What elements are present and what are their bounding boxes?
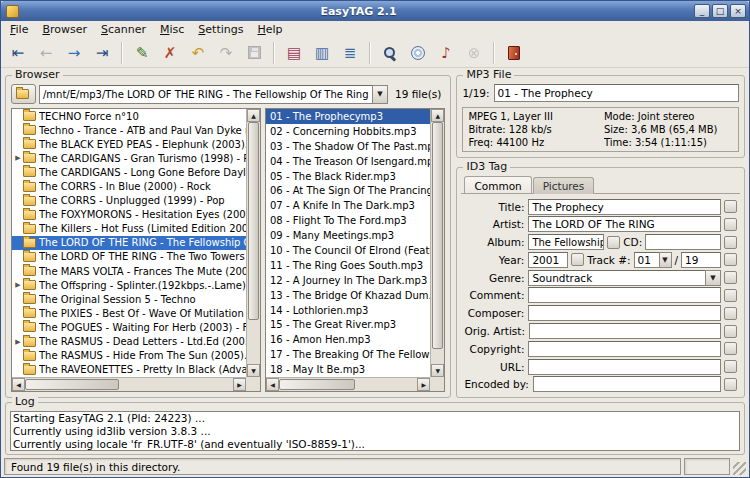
save-files-button[interactable] xyxy=(241,40,267,66)
menu-settings[interactable]: Settings xyxy=(191,22,250,37)
expander-icon[interactable]: ▶ xyxy=(13,338,23,346)
tag-cd-apply-button[interactable] xyxy=(724,236,737,249)
file-list-item[interactable]: 11 - The Ring Goes South.mp3 xyxy=(266,258,430,273)
scroll-up-button[interactable]: ▲ xyxy=(247,109,260,122)
artist-input[interactable]: The LORD OF The RING xyxy=(528,216,721,232)
scroll-down-button[interactable]: ▼ xyxy=(431,364,444,377)
scroll-thumb[interactable] xyxy=(25,379,119,390)
tree-item[interactable]: The CORRS - In Blue (2000) - Rock xyxy=(12,179,246,193)
file-list-item[interactable]: 12 - A Journey In The Dark.mp3 xyxy=(266,273,430,288)
tree-item[interactable]: The LORD OF THE RING - The Two Towers (.… xyxy=(12,250,246,264)
tag-track-apply-button[interactable] xyxy=(724,253,737,266)
track-dropdown-button[interactable]: ▼ xyxy=(659,252,672,268)
scroll-down-button[interactable]: ▼ xyxy=(247,364,260,377)
tag-title-apply-button[interactable] xyxy=(724,200,737,213)
tree-vertical-scrollbar[interactable]: ▲ ▼ xyxy=(246,109,260,377)
tag-year-apply-button[interactable] xyxy=(571,253,584,266)
close-button[interactable]: × xyxy=(730,4,746,18)
file-list-item[interactable]: 08 - Flight To The Ford.mp3 xyxy=(266,213,430,228)
file-list-item[interactable]: 15 - The Great River.mp3 xyxy=(266,317,430,332)
tree-item[interactable]: The FOXYMORONS - Hesitation Eyes (2005..… xyxy=(12,208,246,222)
undo-button[interactable]: ↶ xyxy=(185,40,211,66)
file-list-item[interactable]: 16 - Amon Hen.mp3 xyxy=(266,332,430,347)
expander-icon[interactable]: ▶ xyxy=(13,281,23,289)
menu-scanner[interactable]: Scanner xyxy=(94,22,153,37)
resize-grip[interactable] xyxy=(733,462,746,475)
tree-horizontal-scrollbar[interactable]: ◀ ▶ xyxy=(12,377,246,391)
stop-button[interactable]: ⊗ xyxy=(461,40,487,66)
file-list-item[interactable]: 14 - Lothlorien.mp3 xyxy=(266,303,430,318)
year-input[interactable]: 2001 xyxy=(528,252,568,268)
tag-encoded-by-apply-button[interactable] xyxy=(724,378,737,391)
titlebar[interactable]: EasyTAG 2.1 _ □ × xyxy=(1,1,749,21)
tree-item[interactable]: The RAVEONETTES - Pretty In Black (Adva.… xyxy=(12,363,246,377)
scroll-thumb[interactable] xyxy=(432,122,443,349)
file-vertical-scrollbar[interactable]: ▲ ▼ xyxy=(430,109,444,377)
cd-input[interactable] xyxy=(645,234,721,250)
tree-item[interactable]: TECHNO Force n°10 xyxy=(12,109,246,123)
tree-item[interactable]: The CARDIGANS - Long Gone Before Dayli..… xyxy=(12,165,246,179)
tree-item[interactable]: ▶The RASMUS - Dead Letters - Ltd.Ed (200… xyxy=(12,335,246,349)
playlist-button[interactable]: ≣ xyxy=(337,40,363,66)
tag-url-apply-button[interactable] xyxy=(724,360,737,373)
file-list-item[interactable]: 02 - Concerning Hobbits.mp3 xyxy=(266,124,430,139)
tree-item[interactable]: ▶The CARDIGANS - Gran Turismo (1998) - P… xyxy=(12,151,246,165)
tree-item[interactable]: The LORD OF THE RING - The Fellowship O.… xyxy=(12,236,246,250)
file-list-item[interactable]: 10 - The Council Of Elrond (Featuring An… xyxy=(266,243,430,258)
tag-album-apply-button[interactable] xyxy=(607,236,620,249)
tree-item[interactable]: The Original Session 5 - Techno xyxy=(12,292,246,306)
select-all-button[interactable]: ▤ xyxy=(281,40,307,66)
file-list-item[interactable]: 06 - At The Sign Of The Prancing Pony.mp… xyxy=(266,183,430,198)
tag-comment-apply-button[interactable] xyxy=(724,289,737,302)
expander-icon[interactable]: ▶ xyxy=(13,154,23,162)
invert-selection-button[interactable]: ▥ xyxy=(309,40,335,66)
scroll-right-button[interactable]: ▶ xyxy=(233,378,246,391)
maximize-button[interactable]: □ xyxy=(712,4,728,18)
filename-input[interactable]: 01 - The Prophecy xyxy=(494,84,739,102)
quit-button[interactable] xyxy=(501,40,527,66)
orig-artist-input[interactable] xyxy=(529,323,721,339)
file-list-item[interactable]: 01 - The Prophecymp3 xyxy=(266,109,430,124)
comment-input[interactable] xyxy=(528,287,721,303)
tag-artist-apply-button[interactable] xyxy=(724,218,737,231)
last-file-button[interactable]: ⇥ xyxy=(89,40,115,66)
parent-folder-button[interactable] xyxy=(11,84,36,104)
menu-browser[interactable]: Browser xyxy=(35,22,94,37)
scroll-thumb[interactable] xyxy=(279,379,355,390)
track-total-input[interactable]: 19 xyxy=(681,252,721,268)
cddb-button[interactable] xyxy=(405,40,431,66)
menu-file[interactable]: File xyxy=(3,22,35,37)
tree-item[interactable]: The CORRS - Unplugged (1999) - Pop xyxy=(12,194,246,208)
scroll-left-button[interactable]: ◀ xyxy=(12,378,25,391)
tree-item[interactable]: The BLACK EYED PEAS - Elephunk (2003)... xyxy=(12,137,246,151)
scroll-right-button[interactable]: ▶ xyxy=(417,378,430,391)
log-list[interactable]: Starting EasyTAG 2.1 (PId: 24223) ...Cur… xyxy=(10,411,740,451)
url-input[interactable] xyxy=(528,359,721,375)
tree-item[interactable]: ▶The Offspring - Splinter.(192kbps.-.Lam… xyxy=(12,278,246,292)
file-list-item[interactable]: 07 - A Knife In The Dark.mp3 xyxy=(266,198,430,213)
scan-files-button[interactable]: ✎ xyxy=(129,40,155,66)
file-list-item[interactable]: 04 - The Treason Of Isengard.mp3 xyxy=(266,154,430,169)
next-file-button[interactable]: → xyxy=(61,40,87,66)
track-input[interactable]: 01 xyxy=(634,252,659,268)
path-dropdown-button[interactable]: ▼ xyxy=(372,85,388,104)
file-list-item[interactable]: 13 - The Bridge Of Khazad Dum.mp3 xyxy=(266,288,430,303)
tag-composer-apply-button[interactable] xyxy=(724,307,737,320)
menu-misc[interactable]: Misc xyxy=(153,22,191,37)
copyright-input[interactable] xyxy=(528,341,721,357)
file-horizontal-scrollbar[interactable]: ◀ ▶ xyxy=(266,377,430,391)
composer-input[interactable] xyxy=(528,305,721,321)
remove-tags-button[interactable]: ✗ xyxy=(157,40,183,66)
genre-dropdown-button[interactable]: ▼ xyxy=(705,270,721,286)
tab-common[interactable]: Common xyxy=(464,176,531,193)
tree-item[interactable]: Techno - Trance - ATB and Paul Van Dyke … xyxy=(12,123,246,137)
scroll-up-button[interactable]: ▲ xyxy=(431,109,444,122)
redo-button[interactable]: ↷ xyxy=(213,40,239,66)
file-list-item[interactable]: 03 - The Shadow Of The Past.mp3 xyxy=(266,139,430,154)
tag-genre-apply-button[interactable] xyxy=(724,271,737,284)
tag-orig-artist-apply-button[interactable] xyxy=(724,325,737,338)
scroll-thumb[interactable] xyxy=(248,122,259,320)
tree-item[interactable]: The PIXIES - Best Of - Wave Of Mutilatio… xyxy=(12,306,246,320)
minimize-button[interactable]: _ xyxy=(694,4,710,18)
genre-input[interactable]: Soundtrack xyxy=(528,270,705,286)
